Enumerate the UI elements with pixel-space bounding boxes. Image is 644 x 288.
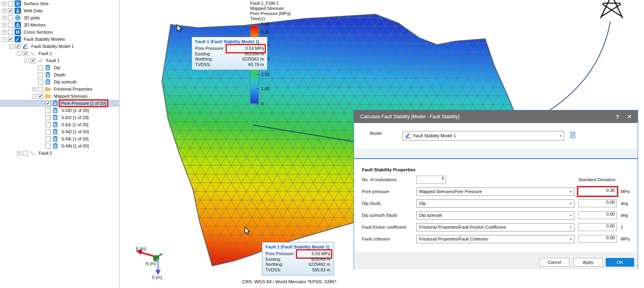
tree-item-label[interactable]: Fault Stability Models — [23, 36, 66, 42]
tree-row[interactable]: S-NN [1 of 20] — [0, 142, 119, 150]
well-path[interactable] — [550, 21, 610, 110]
dialog-help-button[interactable]: ? — [612, 110, 623, 123]
visibility-checkbox[interactable]: ✓ — [8, 8, 13, 13]
visibility-checkbox[interactable]: ✓ — [23, 51, 28, 56]
expand-toggle[interactable]: - — [32, 94, 36, 99]
visibility-checkbox[interactable]: ✓ — [38, 94, 43, 99]
standard-deviation-input[interactable]: 0.00 — [578, 211, 617, 219]
tree-item-label[interactable]: Fault Stability Model 1 — [30, 44, 75, 49]
dialog-titlebar[interactable]: Calculate Fault Stability [Model - Fault… — [354, 110, 638, 123]
expand-toggle[interactable]: + — [17, 151, 21, 155]
legend-tick-label: 5.50 — [261, 22, 269, 27]
dialog-close-button[interactable]: ✕ — [624, 110, 635, 123]
tree-item-label[interactable]: Dip azimuth — [53, 79, 78, 85]
tree-row[interactable]: +Fault 2 — [0, 150, 119, 157]
realizations-input[interactable]: 5 — [416, 176, 446, 184]
visibility-checkbox[interactable]: ✓ — [30, 58, 36, 63]
standard-deviation-input[interactable]: 0.00 — [578, 199, 617, 207]
visibility-checkbox[interactable] — [45, 129, 51, 135]
tree-row[interactable]: S-ND [1 of 20] — [0, 128, 119, 135]
expand-toggle[interactable]: - — [9, 44, 14, 49]
tree-item-label[interactable]: Fault 2 — [38, 150, 53, 156]
property-source-dropdown[interactable]: Frictional Properties\Fault Friction Coe… — [416, 223, 574, 231]
tree-item-label[interactable]: S-ND [1 of 20] — [60, 129, 90, 135]
tree-item-label[interactable]: S-DD [1 of 20] — [60, 108, 90, 113]
visibility-checkbox[interactable] — [38, 65, 43, 70]
expand-toggle[interactable]: - — [2, 37, 6, 42]
tree-row[interactable]: +Surface Sets — [0, 0, 119, 7]
visibility-checkbox[interactable] — [45, 115, 51, 120]
property-source-dropdown[interactable]: Frictional Properties\Fault Cohesion▼ — [416, 235, 574, 243]
expand-toggle[interactable]: - — [17, 51, 21, 56]
tree-row[interactable]: S-NE [1 of 20] — [0, 135, 119, 142]
visibility-checkbox[interactable] — [38, 72, 43, 78]
visibility-checkbox[interactable]: ✓ — [8, 37, 13, 42]
standard-deviation-input[interactable]: 0.00 — [578, 223, 617, 231]
tree-row[interactable]: +Cross Sections — [0, 28, 119, 36]
tree-row[interactable]: S-ED [1 of 20] — [0, 114, 119, 121]
visibility-checkbox[interactable] — [38, 87, 43, 92]
expand-toggle[interactable]: - — [24, 59, 29, 63]
tree-item-label[interactable]: S-NE [1 of 20] — [60, 136, 90, 142]
visibility-checkbox[interactable] — [45, 136, 51, 142]
visibility-checkbox[interactable] — [8, 15, 13, 21]
model-dropdown[interactable]: Fault Stability Model 1 ▼ — [402, 131, 564, 140]
property-source-dropdown[interactable]: Dip▼ — [416, 199, 574, 208]
tree-row[interactable]: +3D Meshes — [0, 21, 119, 28]
visibility-checkbox[interactable] — [45, 122, 51, 127]
expand-toggle[interactable]: + — [2, 2, 6, 6]
tree-row[interactable]: +Frictional Properties — [0, 85, 119, 93]
visibility-checkbox[interactable]: ✓ — [45, 101, 51, 106]
tree-item-label[interactable]: 3D grids — [23, 15, 41, 21]
tree-item-label[interactable]: Well Data — [23, 8, 43, 13]
tree-row[interactable]: +✓Well Data — [0, 7, 119, 14]
tooltip-row: Pore Pressure:5.03 MPa — [266, 251, 330, 257]
tree-row[interactable]: Dip azimuth — [0, 78, 119, 85]
tree-item-label[interactable]: Mapped Stresses — [53, 93, 89, 99]
tree-item-label[interactable]: Fault 1 — [45, 58, 61, 63]
tree-row[interactable]: -✓Fault 1 — [0, 50, 119, 57]
apply-button[interactable]: Apply — [573, 258, 603, 267]
visibility-checkbox[interactable] — [8, 30, 13, 35]
tree-item-label[interactable]: Surface Sets — [23, 1, 50, 6]
tree-row[interactable]: S-DD [1 of 20] — [0, 107, 119, 114]
tree-item-label[interactable]: Fault 1 — [38, 51, 53, 56]
tree-item-label[interactable]: Pore Pressure [1 of 20] — [60, 100, 107, 106]
spec-list-icon[interactable] — [570, 132, 576, 139]
tree-item-label[interactable]: S-EE [1 of 20] — [60, 122, 89, 127]
visibility-checkbox[interactable] — [38, 80, 43, 85]
tree-item-label[interactable]: S-ED [1 of 20] — [60, 115, 90, 120]
expand-toggle[interactable]: + — [2, 30, 6, 34]
visibility-checkbox[interactable] — [8, 1, 13, 6]
tree-row[interactable]: Dip — [0, 64, 119, 71]
tree-item-label[interactable]: Frictional Properties — [53, 86, 94, 92]
tree-row[interactable]: +3D grids — [0, 14, 119, 21]
tree-row[interactable]: Depth — [0, 71, 119, 78]
visibility-checkbox[interactable] — [45, 108, 51, 113]
ok-button[interactable]: OK — [606, 258, 634, 267]
expand-toggle[interactable]: + — [32, 87, 36, 91]
standard-deviation-input[interactable]: 0.00 — [578, 235, 617, 243]
visibility-checkbox[interactable] — [8, 23, 13, 28]
tree-item-label[interactable]: Dip — [53, 65, 62, 70]
cancel-button[interactable]: Cancel — [540, 258, 569, 267]
expand-toggle[interactable]: + — [2, 9, 6, 13]
tree-item-label[interactable]: 3D Meshes — [23, 22, 47, 28]
visibility-checkbox[interactable]: ✓ — [15, 44, 21, 49]
tree-row[interactable]: S-EE [1 of 20] — [0, 121, 119, 128]
property-source-dropdown[interactable]: Mapped Stresses\Pore Pressure▼ — [416, 188, 574, 196]
expand-toggle[interactable]: + — [2, 16, 6, 20]
expand-toggle[interactable]: + — [2, 23, 6, 27]
property-source-dropdown[interactable]: Dip azimuth▼ — [416, 211, 574, 220]
tree-item-label[interactable]: S-NN [1 of 20] — [60, 143, 90, 149]
tree-row[interactable]: -✓Fault Stability Models — [0, 36, 119, 43]
tree-item-label[interactable]: Cross Sections — [23, 29, 54, 35]
standard-deviation-input[interactable]: 0.30 — [578, 188, 617, 195]
tree-item-label[interactable]: Depth — [53, 72, 66, 78]
tree-row[interactable]: -✓Mapped Stresses — [0, 93, 119, 100]
tree-row[interactable]: -✓Fault Stability Model 1 — [0, 43, 119, 50]
tree-row[interactable]: -✓Fault 1 — [0, 57, 119, 64]
visibility-checkbox[interactable] — [45, 144, 51, 149]
tree-row[interactable]: ✓Pore Pressure [1 of 20] — [0, 100, 119, 107]
visibility-checkbox[interactable] — [23, 151, 28, 156]
